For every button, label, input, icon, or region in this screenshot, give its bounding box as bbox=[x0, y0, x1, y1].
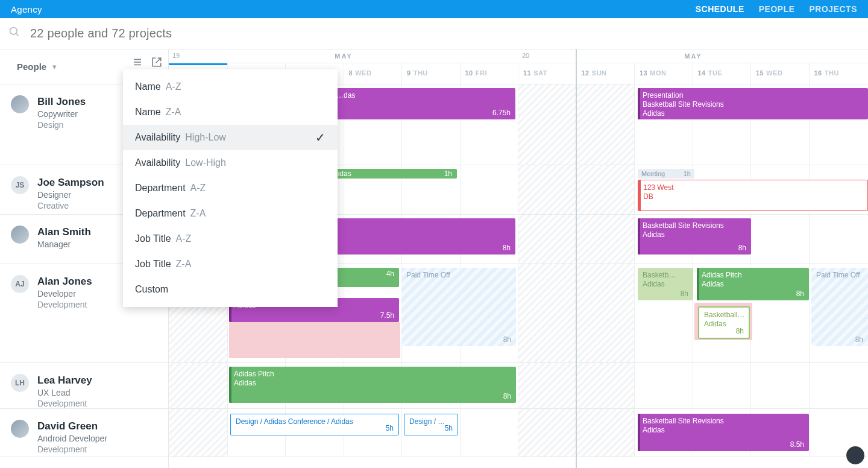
task-title: Presentation Basketball Site Revisions A… bbox=[643, 91, 863, 118]
person-name: Lea Harvey bbox=[37, 374, 92, 387]
day-header[interactable]: 15 WED bbox=[750, 63, 809, 84]
avatar bbox=[11, 420, 29, 438]
task-title: Meeting bbox=[641, 170, 665, 177]
sort-option[interactable]: AvailabilityHigh-Low✓ bbox=[123, 125, 338, 150]
task-hours: 7.5h bbox=[380, 311, 394, 320]
sort-menu[interactable]: NameA-Z NameZ-A AvailabilityHigh-Low✓ Av… bbox=[123, 69, 338, 307]
day-header[interactable]: 13 MON bbox=[634, 63, 693, 84]
week-divider bbox=[576, 49, 577, 468]
overlap-bg bbox=[229, 322, 400, 358]
schedule-row[interactable]: Adidas Pitch Adidas 8h bbox=[169, 363, 868, 409]
person-role: Designer bbox=[37, 189, 104, 200]
avatar: LH bbox=[11, 374, 29, 392]
week-number: 19 bbox=[172, 52, 180, 59]
task-bar[interactable]: Basketball… Adidas 8h bbox=[698, 306, 750, 339]
person-dept: Development bbox=[37, 398, 92, 409]
task-hours: 5h bbox=[445, 424, 453, 432]
task-hours: 8h bbox=[738, 244, 746, 252]
top-bar: Agency SCHEDULE PEOPLE PROJECTS bbox=[0, 0, 868, 18]
month-label: MAY bbox=[684, 52, 702, 60]
sort-option[interactable]: DepartmentZ-A bbox=[123, 201, 338, 226]
task-title: Adidas Pitch Adidas bbox=[702, 271, 804, 289]
person-name: Alan Smith bbox=[37, 226, 91, 239]
person-role: Manager bbox=[37, 239, 91, 250]
task-title: 123 West DB bbox=[643, 183, 863, 201]
task-title: Paid Time Off bbox=[816, 271, 863, 280]
person-name: Bill Jones bbox=[37, 95, 86, 109]
task-hours: 8.5h bbox=[790, 440, 804, 449]
search-input[interactable] bbox=[30, 27, 860, 40]
brand-name: Agency bbox=[11, 4, 42, 14]
svg-line-1 bbox=[16, 34, 19, 36]
meeting-bar[interactable]: Meeting 1h bbox=[638, 169, 694, 179]
day-header[interactable]: 14 TUE bbox=[693, 63, 751, 84]
day-header[interactable]: 9 THU bbox=[401, 63, 460, 84]
sort-option[interactable]: DepartmentA-Z bbox=[123, 176, 338, 201]
sort-option[interactable]: Job TitleZ-A bbox=[123, 251, 338, 277]
person-row[interactable]: David Green Android Developer Developmen… bbox=[0, 409, 168, 457]
sort-option[interactable]: NameZ-A bbox=[123, 100, 338, 125]
chevron-down-icon: ▾ bbox=[52, 62, 57, 71]
avatar bbox=[11, 95, 29, 113]
task-hours: 8h bbox=[681, 289, 688, 298]
task-bar[interactable]: Basketball Site Revisions Adidas 8.5h bbox=[638, 414, 809, 451]
person-dept: Design bbox=[37, 119, 86, 130]
tab-projects[interactable]: PROJECTS bbox=[810, 1, 857, 17]
task-hours: 8h bbox=[503, 244, 511, 252]
tab-people[interactable]: PEOPLE bbox=[759, 1, 795, 17]
person-dept: Development bbox=[37, 444, 107, 455]
person-role: Android Developer bbox=[37, 433, 107, 444]
sort-option[interactable]: Custom bbox=[123, 277, 338, 302]
task-bar[interactable]: Design / Adidas Conference / Adidas 5h bbox=[230, 414, 399, 435]
search-bar bbox=[0, 18, 868, 49]
task-bar[interactable]: 123 West DB bbox=[638, 180, 868, 211]
day-header[interactable]: 12 SUN bbox=[576, 63, 635, 84]
person-name: David Green bbox=[37, 420, 107, 433]
help-button[interactable] bbox=[846, 446, 864, 464]
task-hours: 8h bbox=[503, 392, 511, 400]
sort-option[interactable]: NameA-Z bbox=[123, 74, 338, 100]
day-header[interactable]: 16 THU bbox=[809, 63, 867, 84]
tab-schedule[interactable]: SCHEDULE bbox=[696, 1, 744, 17]
svg-point-0 bbox=[10, 28, 17, 35]
month-label: MAY bbox=[335, 52, 352, 60]
sidebar-header-label: People bbox=[17, 62, 46, 72]
avatar: JS bbox=[11, 176, 29, 194]
task-bar[interactable]: Design / … 5h bbox=[404, 414, 458, 435]
task-hours: 1h bbox=[444, 169, 452, 178]
avatar: AJ bbox=[11, 275, 29, 293]
task-hours: 8h bbox=[736, 327, 744, 335]
export-icon[interactable] bbox=[151, 57, 162, 69]
task-title: Basketball… Adidas bbox=[704, 311, 744, 329]
task-hours: 8h bbox=[503, 335, 511, 344]
pto-bar[interactable]: Paid Time Off 8h bbox=[811, 268, 868, 346]
person-row[interactable]: LH Lea Harvey UX Lead Development bbox=[0, 363, 168, 409]
week-header: 19 MAY 20 MAY bbox=[169, 49, 868, 63]
person-dept: Development bbox=[37, 299, 92, 310]
sort-option[interactable]: AvailabilityLow-High bbox=[123, 150, 338, 176]
task-title: Basketball Site Revisions Adidas bbox=[643, 417, 804, 435]
sort-icon[interactable] bbox=[132, 57, 143, 69]
task-hours: 1h bbox=[684, 169, 691, 178]
task-hours: 4h bbox=[386, 270, 394, 278]
check-icon: ✓ bbox=[315, 130, 326, 145]
task-hours: 5h bbox=[386, 424, 394, 432]
pto-bar[interactable]: Paid Time Off 8h bbox=[401, 268, 516, 346]
day-header[interactable]: 11 SAT bbox=[518, 63, 576, 84]
task-bar[interactable]: Basketb… Adidas 8h bbox=[638, 268, 693, 300]
task-title: Adidas Pitch Adidas bbox=[234, 370, 511, 388]
task-bar[interactable]: Basketball Site Revisions Adidas 8h bbox=[638, 218, 751, 255]
day-header[interactable]: 8 WED bbox=[344, 63, 402, 84]
sort-option[interactable]: Job TitleA-Z bbox=[123, 226, 338, 251]
task-bar[interactable]: Presentation Basketball Site Revisions A… bbox=[638, 88, 868, 119]
day-header[interactable]: 10 FRI bbox=[460, 63, 518, 84]
week-number: 20 bbox=[522, 52, 529, 59]
task-bar[interactable]: Adidas Pitch Adidas 8h bbox=[697, 268, 809, 300]
search-icon bbox=[8, 26, 20, 41]
task-bar[interactable]: Adidas Pitch Adidas 8h bbox=[229, 367, 516, 403]
person-role: Copywriter bbox=[37, 109, 86, 119]
task-hours: 6.75h bbox=[492, 109, 511, 117]
person-dept: Creative bbox=[37, 200, 104, 211]
avatar bbox=[11, 226, 29, 244]
schedule-row[interactable]: Design / Adidas Conference / Adidas 5h D… bbox=[169, 409, 868, 457]
